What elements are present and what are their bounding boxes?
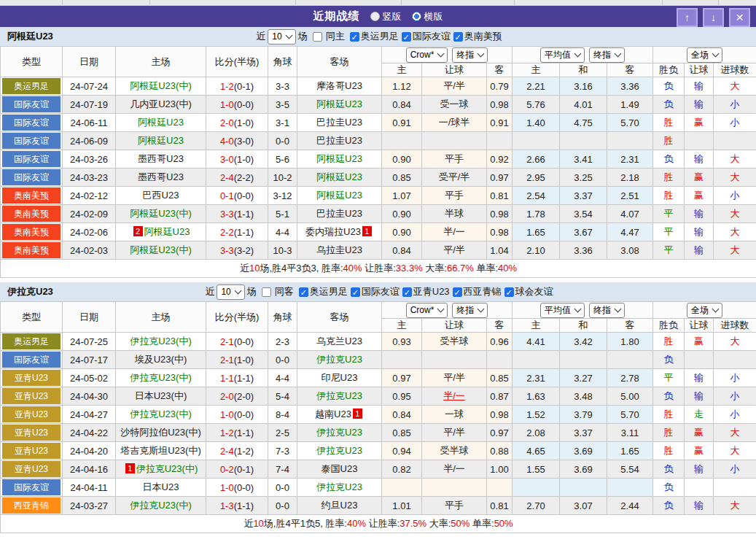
competition-checkbox[interactable] bbox=[504, 287, 514, 297]
cell-avg-away: 3.11 bbox=[607, 424, 653, 442]
competition-checkbox[interactable] bbox=[351, 287, 360, 297]
fulltime-select[interactable]: 全场 bbox=[687, 303, 722, 318]
cell-avg-draw: 3.41 bbox=[560, 150, 607, 169]
cell-odds-home: 0.84 bbox=[382, 406, 422, 424]
radio-vertical[interactable]: 竖版 bbox=[370, 10, 402, 23]
fulltime-score: 0-1 bbox=[220, 190, 234, 201]
summary-segment: 40% bbox=[343, 263, 362, 274]
cell-avg-home: 2.54 bbox=[513, 187, 560, 205]
cell-type: 亚青U23 bbox=[1, 442, 63, 460]
bookmaker-select[interactable]: Crow* bbox=[406, 303, 448, 318]
bookmaker-select[interactable]: Crow* bbox=[406, 47, 448, 63]
cell-avg-home: 1.55 bbox=[513, 460, 560, 479]
column-header: 角球 bbox=[268, 302, 297, 333]
near-count-select[interactable]: 10 bbox=[217, 284, 244, 300]
column-header: 角球 bbox=[268, 47, 297, 77]
cell-avg-draw: 3.67 bbox=[560, 223, 607, 241]
odds-stage-select[interactable]: 终指 bbox=[452, 303, 488, 318]
cell-date: 24-04-27 bbox=[63, 406, 116, 424]
dialog-title: 近期战绩 bbox=[313, 9, 360, 23]
match-type-badge: 亚青U23 bbox=[2, 443, 61, 459]
column-divider bbox=[401, 0, 402, 5]
table-row: 奥运男足24-07-24阿根廷U23(中)1-2(0-1)3-3摩洛哥U231.… bbox=[1, 77, 756, 96]
table-row: 亚青U2324-04-20塔吉克斯坦U23(中)2-4(1-2)7-3伊拉克U2… bbox=[1, 442, 756, 460]
cell-avg-draw: 3.54 bbox=[560, 205, 607, 223]
cell-type: 亚青U23 bbox=[1, 406, 63, 424]
competition-checkbox[interactable] bbox=[453, 32, 463, 42]
column-header: 让球 bbox=[422, 319, 487, 333]
average-stage-select[interactable]: 终指 bbox=[589, 303, 625, 318]
cell-corners: 8-4 bbox=[268, 406, 297, 424]
odds-value: 0.84 bbox=[392, 245, 410, 256]
column-header: 客场 bbox=[297, 47, 382, 77]
competition-checkbox[interactable] bbox=[402, 32, 411, 42]
odds-value: 半/一 bbox=[443, 226, 465, 237]
away-team-name: 阿根廷U23 bbox=[316, 153, 362, 164]
cell-odds-handicap: 半/一 bbox=[422, 387, 487, 406]
column-header: 胜负 bbox=[653, 319, 685, 333]
fulltime-select[interactable]: 全场 bbox=[687, 47, 722, 63]
table-row: 奥南美预24-02-03阿根廷U23(中)3-3(3-2)10-3乌拉圭U230… bbox=[1, 241, 756, 260]
competition-checkbox[interactable] bbox=[402, 287, 412, 297]
cell-type: 国际友谊 bbox=[1, 479, 63, 497]
radio-horizontal[interactable]: 横版 bbox=[412, 10, 443, 23]
table-row: 国际友谊24-04-11日本U231-0(0-0)0-0伊拉克U23负 bbox=[1, 479, 756, 497]
cell-result-handicap: 输 bbox=[685, 387, 714, 406]
halftime-score: (1-1) bbox=[234, 427, 254, 438]
odds-value: 1.00 bbox=[490, 464, 508, 475]
match-type-badge: 国际友谊 bbox=[2, 115, 61, 131]
dialog-titlebar: 近期战绩 竖版 横版 ↑ ↓ ✕ bbox=[0, 6, 756, 27]
cell-odds-away: 0.98 bbox=[487, 96, 513, 114]
team-section: 伊拉克U23近10场同客奥运男足国际友谊亚青U23西亚青锦球会友谊类型日期主场比… bbox=[0, 282, 756, 533]
average-select[interactable]: 平均值 bbox=[540, 47, 585, 63]
halftime-score: (1-0) bbox=[234, 154, 254, 165]
competition-checkbox[interactable] bbox=[299, 287, 308, 297]
halftime-score: (2-2) bbox=[234, 172, 254, 183]
move-up-button[interactable]: ↑ bbox=[677, 8, 698, 27]
summary-segment: 10 bbox=[253, 518, 263, 529]
cell-odds-handicap: 平/半 bbox=[422, 369, 487, 387]
competition-checkbox[interactable] bbox=[453, 287, 462, 297]
near-count-select[interactable]: 10 bbox=[268, 29, 295, 44]
close-button[interactable]: ✕ bbox=[729, 8, 750, 27]
match-type-badge: 西亚青锦 bbox=[2, 498, 61, 514]
cell-result-goals: 大 bbox=[714, 169, 756, 187]
fulltime-score: 1-0 bbox=[220, 409, 234, 420]
cell-odds-away: 0.79 bbox=[487, 77, 513, 96]
match-type-badge: 国际友谊 bbox=[2, 151, 61, 167]
select-value: Crow* bbox=[410, 50, 434, 60]
column-header: 客 bbox=[487, 319, 513, 333]
cell-away-team: 印尼U23 bbox=[297, 369, 382, 387]
cell-result-goals: 小 bbox=[714, 187, 756, 205]
home-team-name: 日本U23(中) bbox=[135, 390, 187, 401]
summary-segment: 40% bbox=[347, 518, 366, 529]
odds-value: 0.97 bbox=[392, 373, 410, 384]
radio-selected-icon bbox=[412, 12, 421, 21]
halftime-score: (0-0) bbox=[234, 99, 254, 110]
cell-home-team: 巴西U23 bbox=[116, 187, 206, 205]
cell-corners: 2-3 bbox=[268, 333, 297, 351]
competition-checkbox[interactable] bbox=[350, 32, 359, 42]
cell-odds-handicap: 一/球半 bbox=[422, 114, 487, 132]
same-venue-checkbox[interactable] bbox=[313, 32, 322, 42]
cell-home-team: 阿根廷U23(中) bbox=[116, 241, 206, 260]
odds-stage-select[interactable]: 终指 bbox=[452, 47, 488, 63]
halftime-score: (3-2) bbox=[234, 245, 254, 256]
summary-segment: 近 bbox=[243, 518, 253, 529]
summary-segment: 场,胜4平3负3, 胜率: bbox=[260, 263, 343, 274]
chevron-down-icon bbox=[615, 50, 622, 58]
same-venue-checkbox[interactable] bbox=[262, 287, 271, 297]
cell-avg-draw: 3.25 bbox=[560, 169, 607, 187]
move-down-button[interactable]: ↓ bbox=[703, 8, 724, 27]
column-header: 客 bbox=[607, 319, 653, 333]
cell-odds-away: 0.87 bbox=[487, 387, 513, 406]
column-header: 胜负 bbox=[653, 63, 685, 77]
halftime-score: (1-1) bbox=[234, 227, 254, 238]
halftime-score: (1-0) bbox=[234, 117, 254, 128]
average-select[interactable]: 平均值 bbox=[540, 303, 585, 318]
average-stage-select[interactable]: 终指 bbox=[589, 47, 625, 63]
cell-type: 奥南美预 bbox=[1, 205, 63, 223]
cell-avg-home: 2.31 bbox=[513, 369, 560, 387]
home-team-name: 墨西哥U23 bbox=[138, 153, 184, 164]
cell-result-outcome: 胜 bbox=[653, 169, 685, 187]
